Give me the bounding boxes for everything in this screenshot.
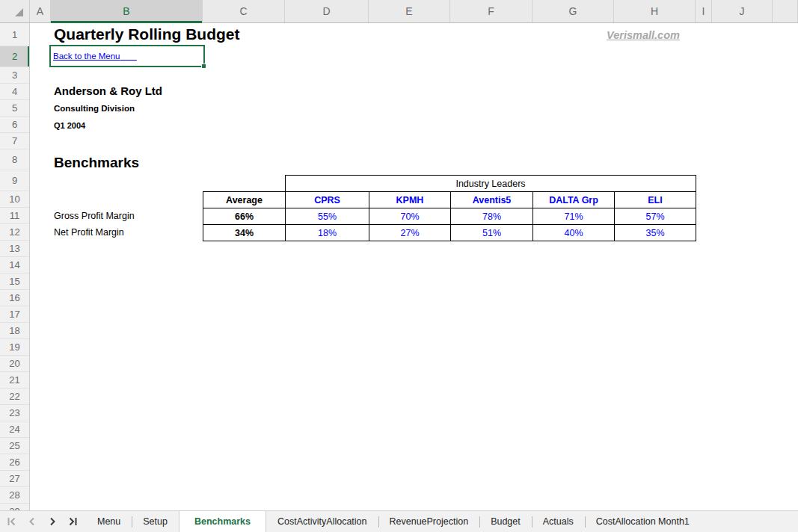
sheet-tab-costactivityallocation[interactable]: CostActivityAllocation bbox=[266, 511, 378, 532]
row-header-18[interactable]: 18 bbox=[0, 323, 29, 339]
sheet-tab-costallocation-month1[interactable]: CostAllocation Month1 bbox=[585, 511, 701, 532]
sheet-tabs: MenuSetupBenchmarksCostActivityAllocatio… bbox=[86, 511, 701, 532]
column-header-g[interactable]: G bbox=[532, 0, 614, 22]
row-header-2[interactable]: 2 bbox=[0, 46, 29, 67]
row-label-gross-profit-margin[interactable]: Gross Profit Margin bbox=[54, 208, 135, 224]
sheet-tab-actuals[interactable]: Actuals bbox=[532, 511, 585, 532]
last-sheet-button[interactable] bbox=[67, 516, 79, 528]
column-header-c[interactable]: C bbox=[203, 0, 285, 22]
row-header-1[interactable]: 1 bbox=[0, 23, 29, 46]
sheet-tab-benchmarks[interactable]: Benchmarks bbox=[179, 511, 266, 532]
average-column-header[interactable]: Average bbox=[203, 192, 286, 208]
sheet-tab-setup[interactable]: Setup bbox=[132, 511, 179, 532]
worksheet-title[interactable]: Quarterly Rolling Budget bbox=[54, 25, 240, 43]
sheet-tab-budget[interactable]: Budget bbox=[479, 511, 532, 532]
row-header-4[interactable]: 4 bbox=[0, 84, 29, 100]
column-header-a[interactable]: A bbox=[30, 0, 51, 22]
benchmark-value-1-4[interactable]: 35% bbox=[615, 225, 696, 241]
row-header-23[interactable]: 23 bbox=[0, 405, 29, 421]
competitor-header-aventis5[interactable]: Aventis5 bbox=[451, 192, 533, 208]
first-sheet-button[interactable] bbox=[6, 516, 18, 528]
row-header-25[interactable]: 25 bbox=[0, 438, 29, 454]
row-header-3[interactable]: 3 bbox=[0, 67, 29, 84]
row-header-29[interactable]: 29 bbox=[0, 504, 29, 510]
company-name[interactable]: Anderson & Roy Ltd bbox=[54, 84, 162, 97]
next-sheet-button[interactable] bbox=[46, 516, 58, 528]
period-label[interactable]: Q1 2004 bbox=[54, 121, 85, 130]
row-header-gutter: 1234567891011121314151617181920212223242… bbox=[0, 23, 30, 510]
row-header-5[interactable]: 5 bbox=[0, 100, 29, 117]
average-value-1[interactable]: 34% bbox=[203, 225, 286, 241]
benchmark-value-0-3[interactable]: 71% bbox=[533, 208, 615, 225]
section-heading[interactable]: Benchmarks bbox=[54, 155, 139, 171]
row-header-13[interactable]: 13 bbox=[0, 241, 29, 257]
division-label[interactable]: Consulting Division bbox=[54, 104, 135, 113]
row-header-16[interactable]: 16 bbox=[0, 290, 29, 306]
benchmark-spacer-cell bbox=[203, 176, 286, 192]
benchmark-value-0-0[interactable]: 55% bbox=[286, 208, 369, 225]
sheet-tab-bar: MenuSetupBenchmarksCostActivityAllocatio… bbox=[0, 510, 798, 532]
column-header-i[interactable]: I bbox=[696, 0, 712, 22]
row-header-21[interactable]: 21 bbox=[0, 372, 29, 389]
selected-cell-b2[interactable]: Back to the Menu bbox=[49, 45, 205, 67]
industry-leaders-header[interactable]: Industry Leaders bbox=[286, 176, 696, 192]
column-header-j[interactable]: J bbox=[712, 0, 773, 22]
row-header-12[interactable]: 12 bbox=[0, 224, 29, 241]
column-header-f[interactable]: F bbox=[450, 0, 532, 22]
benchmark-value-1-3[interactable]: 40% bbox=[533, 225, 615, 241]
row-header-7[interactable]: 7 bbox=[0, 133, 29, 149]
benchmark-table: Industry LeadersAverageCPRSKPMHAventis5D… bbox=[203, 175, 696, 241]
competitor-header-cprs[interactable]: CPRS bbox=[286, 192, 369, 208]
back-to-menu-link[interactable]: Back to the Menu bbox=[53, 52, 137, 61]
row-header-11[interactable]: 11 bbox=[0, 208, 29, 224]
competitor-header-dalta-grp[interactable]: DALTA Grp bbox=[533, 192, 615, 208]
column-header-row: ABCDEFGHIJ bbox=[0, 0, 798, 23]
excel-window: ABCDEFGHIJ 12345678910111213141516171819… bbox=[0, 0, 798, 532]
row-header-15[interactable]: 15 bbox=[0, 273, 29, 290]
row-header-24[interactable]: 24 bbox=[0, 421, 29, 438]
row-header-28[interactable]: 28 bbox=[0, 487, 29, 504]
benchmark-value-1-1[interactable]: 27% bbox=[369, 225, 451, 241]
previous-sheet-button[interactable] bbox=[26, 516, 38, 528]
competitor-header-kpmh[interactable]: KPMH bbox=[369, 192, 451, 208]
sheet-nav-buttons bbox=[0, 511, 86, 532]
row-header-20[interactable]: 20 bbox=[0, 356, 29, 372]
column-header-h[interactable]: H bbox=[614, 0, 696, 22]
column-header-e[interactable]: E bbox=[369, 0, 450, 22]
row-header-22[interactable]: 22 bbox=[0, 389, 29, 405]
benchmark-value-0-2[interactable]: 78% bbox=[451, 208, 533, 225]
column-header-b[interactable]: B bbox=[51, 0, 203, 22]
benchmark-value-0-4[interactable]: 57% bbox=[615, 208, 696, 225]
sheet-tab-revenueprojection[interactable]: RevenueProjection bbox=[378, 511, 480, 532]
row-header-17[interactable]: 17 bbox=[0, 306, 29, 323]
select-all-button[interactable] bbox=[0, 0, 30, 22]
benchmark-value-0-1[interactable]: 70% bbox=[369, 208, 451, 225]
fill-handle[interactable] bbox=[201, 64, 206, 69]
row-header-14[interactable]: 14 bbox=[0, 257, 29, 273]
select-all-triangle-icon bbox=[15, 8, 23, 16]
column-header-d[interactable]: D bbox=[285, 0, 369, 22]
benchmark-value-1-2[interactable]: 51% bbox=[451, 225, 533, 241]
row-header-8[interactable]: 8 bbox=[0, 149, 29, 170]
row-header-26[interactable]: 26 bbox=[0, 454, 29, 471]
row-header-9[interactable]: 9 bbox=[0, 170, 29, 191]
row-header-19[interactable]: 19 bbox=[0, 339, 29, 356]
average-value-0[interactable]: 66% bbox=[203, 208, 286, 225]
sheet-canvas[interactable]: 1234567891011121314151617181920212223242… bbox=[0, 23, 798, 510]
competitor-header-eli[interactable]: ELI bbox=[615, 192, 696, 208]
verismall-logo: Verismall.com bbox=[582, 29, 705, 41]
row-header-27[interactable]: 27 bbox=[0, 471, 29, 487]
row-label-net-profit-margin[interactable]: Net Profit Margin bbox=[54, 224, 124, 241]
column-header-filler[interactable] bbox=[773, 0, 798, 22]
row-header-10[interactable]: 10 bbox=[0, 191, 29, 208]
row-header-6[interactable]: 6 bbox=[0, 117, 29, 133]
sheet-tab-menu[interactable]: Menu bbox=[86, 511, 132, 532]
benchmark-value-1-0[interactable]: 18% bbox=[286, 225, 369, 241]
